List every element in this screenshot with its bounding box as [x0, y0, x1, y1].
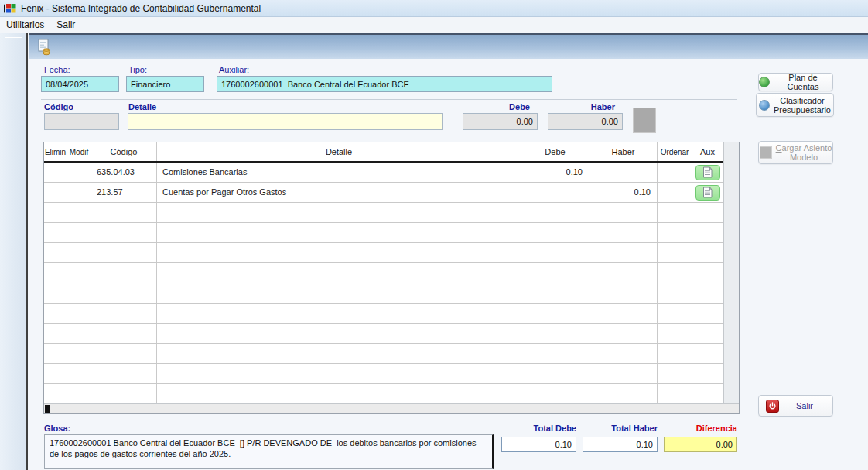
grid-cell	[658, 283, 692, 303]
table-row[interactable]	[44, 223, 739, 243]
glosa-textarea[interactable]: 1760002600001 Banco Central del Ecuador …	[44, 434, 494, 469]
grid-cell	[589, 203, 658, 222]
grid-cell	[521, 324, 589, 343]
grid-cell	[658, 324, 692, 343]
grid-cell	[521, 364, 589, 383]
grid-cell	[44, 364, 67, 383]
table-row[interactable]: 213.57Cuentas por Pagar Otros Gastos0.10	[44, 183, 739, 203]
debe-input[interactable]	[463, 113, 538, 130]
entry-grid-body: 635.04.03Comisiones Bancarias0.10213.57C…	[44, 163, 739, 404]
grid-cell-aux	[692, 324, 723, 343]
grid-cell	[658, 304, 692, 323]
grid-cell	[658, 223, 692, 242]
total-haber-input[interactable]	[583, 437, 658, 452]
grid-cell	[91, 223, 157, 242]
aux-detail-button[interactable]	[695, 165, 720, 180]
grid-cell-aux	[692, 263, 723, 283]
aux-detail-button[interactable]	[695, 185, 720, 201]
grid-cell	[44, 384, 67, 403]
grid-cell	[658, 183, 692, 202]
total-haber-label: Total Haber	[583, 424, 658, 433]
table-row[interactable]	[44, 283, 739, 304]
grid-cell	[658, 243, 692, 262]
header-debe[interactable]: Debe	[521, 142, 589, 161]
grid-cell	[521, 304, 589, 323]
diferencia-input[interactable]	[664, 437, 737, 452]
table-row[interactable]	[44, 364, 739, 384]
grid-cell	[91, 243, 157, 262]
table-row[interactable]	[44, 203, 739, 223]
codigo-input[interactable]	[44, 113, 119, 130]
grid-cell	[521, 183, 589, 202]
grid-cell-aux	[692, 344, 723, 363]
grid-cell: Cuentas por Pagar Otros Gastos	[157, 183, 521, 202]
grid-cell	[44, 304, 67, 323]
haber-input[interactable]	[548, 113, 623, 130]
diferencia-label: Diferencia	[664, 424, 737, 433]
grid-cell	[67, 163, 91, 182]
header-codigo[interactable]: Código	[91, 142, 157, 161]
table-row[interactable]	[44, 344, 739, 364]
panel-grip-handle[interactable]	[5, 37, 22, 39]
grid-cell-aux	[692, 223, 723, 242]
table-row[interactable]	[44, 243, 739, 263]
grid-cell	[91, 263, 157, 283]
auxiliar-input[interactable]	[217, 76, 552, 92]
grid-cell	[157, 203, 521, 222]
total-debe-input[interactable]	[501, 437, 576, 452]
table-row[interactable]	[44, 384, 739, 404]
left-collapsed-panel[interactable]	[0, 33, 28, 470]
grid-cell	[157, 364, 521, 383]
debe-label: Debe	[463, 102, 530, 111]
power-icon	[766, 400, 779, 413]
title-bar: Fenix - Sistema Integrado de Contabilida…	[0, 0, 868, 17]
grid-cell: 213.57	[91, 183, 157, 202]
header-aux[interactable]: Aux	[692, 142, 723, 161]
grid-cell	[658, 263, 692, 283]
table-row[interactable]	[44, 304, 739, 324]
haber-label: Haber	[548, 102, 615, 111]
salir-button[interactable]: Salir	[758, 395, 833, 417]
header-haber[interactable]: Haber	[589, 142, 658, 161]
grid-cell	[157, 223, 521, 242]
tipo-input[interactable]	[126, 76, 204, 92]
detalle-input[interactable]	[128, 113, 443, 130]
grid-cell	[589, 243, 658, 262]
grid-cell	[521, 283, 589, 303]
grid-hscrollbar[interactable]	[44, 403, 739, 413]
grid-cell	[157, 283, 521, 303]
grid-hscrollbar-thumb[interactable]	[45, 405, 50, 413]
menu-item-salir[interactable]: Salir	[50, 18, 81, 32]
table-row[interactable]	[44, 263, 739, 283]
menu-item-utilitarios[interactable]: Utilitarios	[0, 18, 50, 32]
header-elimin[interactable]: Elimin	[44, 142, 67, 161]
header-detalle[interactable]: Detalle	[157, 142, 521, 161]
grid-cell-aux	[692, 243, 723, 262]
entry-grid: Elimin Modif Código Detalle Debe Haber O…	[43, 142, 740, 414]
fecha-input[interactable]	[41, 76, 119, 92]
grid-cell	[67, 183, 91, 202]
grid-cell: 635.04.03	[91, 163, 157, 182]
plan-de-cuentas-button[interactable]: Plan de Cuentas	[758, 73, 833, 91]
cargar-asiento-modelo-button[interactable]: Cargar AsientoModelo	[758, 141, 833, 164]
table-row[interactable]	[44, 324, 739, 344]
grid-cell	[658, 364, 692, 383]
grid-cell	[44, 243, 67, 262]
grid-cell	[67, 324, 91, 343]
journal-entry-document-coins-icon[interactable]	[36, 39, 53, 56]
table-row[interactable]: 635.04.03Comisiones Bancarias0.10	[44, 163, 739, 183]
grid-cell	[91, 203, 157, 222]
grid-cell	[44, 344, 67, 363]
grid-cell	[589, 304, 658, 323]
grid-vscrollbar[interactable]	[723, 142, 739, 404]
grid-cell	[44, 203, 67, 222]
header-modif[interactable]: Modif	[67, 142, 91, 161]
grid-cell	[589, 283, 658, 303]
header-ordenar[interactable]: Ordenar	[658, 142, 692, 161]
window-title: Fenix - Sistema Integrado de Contabilida…	[21, 3, 261, 14]
glosa-label: Glosa:	[44, 424, 70, 433]
clasificador-presupuestario-button[interactable]: ClasificadorPresupuestario	[756, 93, 834, 117]
grid-cell	[91, 344, 157, 363]
gray-square-button[interactable]	[633, 108, 656, 133]
grid-cell-aux	[692, 364, 723, 383]
